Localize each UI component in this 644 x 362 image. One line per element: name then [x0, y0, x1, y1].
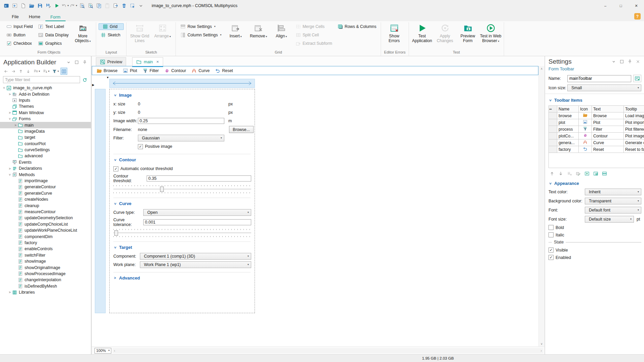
refresh-button[interactable] [81, 76, 88, 83]
name-input[interactable] [567, 75, 631, 82]
float-panel-button[interactable] [73, 59, 80, 66]
tree-item-showoriginalimage[interactable]: showOriginalImage [0, 264, 91, 270]
save-as-button[interactable] [44, 1, 52, 10]
select-region-button[interactable] [128, 1, 137, 10]
curve-button[interactable]: Curve [189, 67, 212, 74]
tree-chevron-icon[interactable]: > [8, 291, 12, 294]
tree-chevron-icon[interactable]: > [8, 173, 11, 177]
horizontal-scrollbar[interactable]: ‹ › [113, 348, 543, 353]
ribbon-tab-file[interactable]: File [7, 12, 24, 21]
tree-chevron-icon[interactable]: > [8, 111, 12, 114]
align-button[interactable]: Align▾ [271, 23, 292, 47]
tree-item-changeinterpolation[interactable]: changeInterpolation [0, 277, 91, 283]
tree-item-themes[interactable]: Themes [0, 103, 91, 109]
application-button[interactable] [10, 1, 19, 10]
image-width-input[interactable]: 0.25 [138, 118, 224, 124]
italic-checkbox[interactable] [548, 232, 554, 237]
move-up-button[interactable] [548, 170, 556, 177]
test-in-web-browser-button[interactable]: Test in Web Browser▾ [480, 23, 501, 47]
bold-checkbox[interactable] [548, 225, 554, 230]
show-in-form-editor-button[interactable] [61, 68, 67, 75]
show-errors-button[interactable]: Show Errors [383, 23, 405, 47]
tree-item-factory[interactable]: factory [0, 240, 91, 246]
tree-item-measurecontour[interactable]: measureContour [0, 209, 91, 215]
tree-chevron-icon[interactable]: > [8, 93, 12, 96]
test-application-button[interactable]: Test Application [411, 23, 433, 47]
toolbar-item-row[interactable]: browseBrowseLoad image... [549, 112, 644, 119]
undo-button[interactable]: ▾ [61, 1, 69, 10]
forward-button[interactable] [10, 68, 17, 75]
section-header-curve[interactable]: >Curve [113, 199, 251, 209]
visible-checkbox[interactable]: ✓ [548, 248, 554, 253]
font-select[interactable]: Default font▾ [585, 207, 641, 213]
pin-panel-button[interactable] [627, 58, 633, 65]
rows-columns-button[interactable]: Rows & Columns [336, 23, 378, 30]
scroll-left-icon[interactable]: ‹ [114, 349, 115, 353]
tree-item-methods[interactable]: >Methods [0, 171, 91, 177]
tree-item-showprocessedimage[interactable]: showProcessedImage [0, 271, 91, 277]
collapse-all-button[interactable]: ▾ [32, 68, 41, 75]
panel-menu-button[interactable] [610, 58, 617, 65]
tree-item-main-window[interactable]: >Main Window [0, 110, 91, 116]
slider-thumb[interactable] [160, 187, 164, 192]
curve-tolerance-input[interactable]: 0.001 [143, 219, 251, 225]
toolbar-item-row[interactable]: processFilterPlot filtered i... [549, 126, 644, 133]
work-plane-select[interactable]: Work Plane 1 (wp1)▾ [140, 261, 251, 268]
expand-all-button[interactable]: ▾ [42, 68, 50, 75]
slider-thumb[interactable] [114, 230, 118, 236]
tree-item-add-in-definition[interactable]: >Add-in Definition [0, 91, 91, 97]
tab-preview[interactable]: Preview [96, 57, 126, 66]
quick-access-menu-button[interactable] [137, 1, 145, 10]
tab-main[interactable]: main ✕ [132, 57, 163, 66]
toolbar-item-row[interactable]: factoryResetReset to fact... [549, 146, 644, 153]
filter-input[interactable] [3, 76, 80, 83]
component-select[interactable]: Component 1 (comp1) (3D)▾ [140, 253, 251, 260]
section-header-advanced[interactable]: >Advanced [113, 273, 251, 284]
tree-item-enablecontrols[interactable]: enableControls [0, 246, 91, 252]
move-up-button[interactable] [17, 68, 24, 75]
open-button[interactable] [27, 1, 36, 10]
background-color-select[interactable]: Transparent▾ [585, 198, 641, 204]
grid-button[interactable]: Grid [99, 23, 124, 30]
text-color-select[interactable]: Inherit▾ [585, 189, 641, 195]
help-button[interactable]: ? [634, 13, 641, 20]
add-separator-button[interactable] [601, 170, 608, 177]
tree-item-contourplot[interactable]: contourPlot [0, 141, 91, 147]
column-header-strip[interactable] [109, 79, 255, 88]
filter-button[interactable]: Filter [140, 67, 161, 74]
scroll-right-icon[interactable]: › [541, 349, 542, 353]
tree-chevron-icon[interactable]: > [8, 167, 12, 170]
add-toggle-item-button[interactable] [592, 170, 599, 177]
run-application-button[interactable] [52, 1, 61, 10]
toolbar-item-row[interactable]: plotPlotPlot importe... [549, 119, 644, 126]
row-handle[interactable] [549, 126, 557, 133]
app-button[interactable] [2, 1, 10, 10]
maximize-button[interactable]: □ [613, 0, 629, 11]
close-panel-button[interactable] [635, 58, 641, 65]
redo-button[interactable]: ▾ [69, 1, 78, 10]
row-header-strip[interactable] [95, 89, 106, 313]
row-handle[interactable] [549, 119, 557, 126]
tree-item-main[interactable]: >main [0, 122, 91, 128]
tree-item-createnodes[interactable]: createNodes [0, 196, 91, 202]
row-handle[interactable] [549, 146, 557, 153]
section-header-contour[interactable]: >Contour [113, 155, 251, 165]
close-tab-icon[interactable]: ✕ [156, 60, 159, 64]
tree-item-updateworkplanechoicelist[interactable]: updateWorkPlaneChoiceList [0, 227, 91, 233]
preview-form-button[interactable]: Preview Form [457, 23, 479, 47]
row-settings-button[interactable]: Row Settings▾ [178, 23, 223, 30]
scroll-up-icon[interactable]: ∧ [540, 67, 543, 70]
preview-all-button[interactable] [86, 1, 94, 10]
tree-item-generatecurve[interactable]: generateCurve [0, 190, 91, 196]
tree-item-switchfilter[interactable]: switchFilter [0, 252, 91, 258]
tree-item-curvesettings[interactable]: curveSettings [0, 147, 91, 153]
panel-menu-button[interactable] [65, 59, 72, 66]
tree-item-target[interactable]: target [0, 134, 91, 140]
back-button[interactable] [3, 68, 9, 75]
contour-threshold-input[interactable]: 0.35 [147, 175, 251, 182]
zoom-select[interactable]: 100% ▾ [94, 348, 111, 354]
font-size-select[interactable]: Default size▾ [585, 216, 634, 223]
text-label-button[interactable]: TText Label [36, 23, 71, 30]
section-header-image[interactable]: >Image [113, 91, 251, 101]
new-button[interactable] [19, 1, 27, 10]
